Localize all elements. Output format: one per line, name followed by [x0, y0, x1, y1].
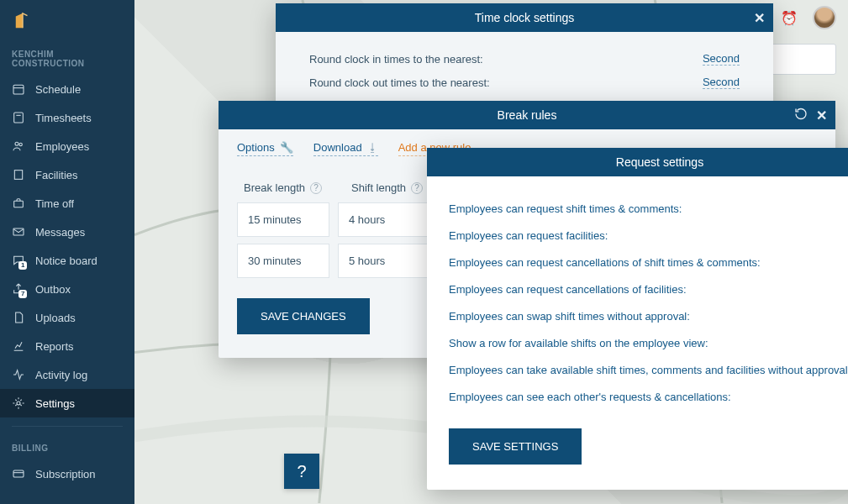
sidebar-item-facilities[interactable]: Facilities — [0, 160, 134, 189]
svg-rect-0 — [13, 85, 24, 94]
history-icon[interactable] — [794, 108, 808, 123]
request-setting-row: Show a row for available shifts on the e… — [449, 329, 848, 356]
sidebar-item-timeoff[interactable]: Time off — [0, 189, 134, 218]
request-setting-row: Employees can swap shift times without a… — [449, 302, 848, 329]
modal-timeclock-header: Time clock settings ✕ — [276, 3, 773, 32]
sidebar-item-schedule[interactable]: Schedule — [0, 75, 134, 103]
timeclock-row-value[interactable]: Second — [703, 76, 740, 89]
request-setting-row: Employees can request facilities:✓ — [449, 222, 848, 249]
download-link[interactable]: Download ⭳ — [313, 141, 378, 156]
sidebar-item-reports[interactable]: Reports — [0, 332, 134, 360]
sidebar-item-label: Notice board — [35, 255, 97, 267]
sidebar-divider — [12, 426, 123, 427]
people-icon — [12, 139, 25, 153]
timesheet-icon — [12, 111, 25, 124]
card-icon — [12, 467, 25, 480]
sidebar-item-activity[interactable]: Activity log — [0, 360, 134, 389]
sidebar-item-label: Subscription — [35, 468, 96, 480]
help-icon[interactable]: ? — [411, 182, 423, 194]
request-setting-label: Employees can take available shift times… — [449, 364, 848, 376]
billing-group-label: BILLING — [0, 435, 134, 459]
save-settings-button[interactable]: SAVE SETTINGS — [449, 428, 582, 465]
shift-length-cell[interactable]: 4 hours — [338, 202, 430, 237]
app-logo — [0, 7, 134, 41]
sidebar-item-employees[interactable]: Employees — [0, 132, 134, 160]
sidebar-item-outbox[interactable]: 7 Outbox — [0, 275, 134, 303]
sidebar-item-label: Time off — [35, 197, 74, 210]
svg-rect-8 — [14, 201, 24, 207]
request-setting-row: Employees can take available shift times… — [449, 356, 848, 383]
timeclock-row-label: Round clock in times to the nearest: — [309, 53, 483, 66]
sidebar-item-label: Schedule — [35, 83, 81, 96]
svg-rect-6 — [14, 171, 22, 180]
request-setting-row: Employees can request cancellations of f… — [449, 276, 848, 302]
sidebar-item-label: Uploads — [35, 312, 76, 324]
request-setting-label: Employees can request cancellations of f… — [449, 283, 687, 296]
sidebar-item-label: Facilities — [35, 169, 78, 181]
sidebar-item-label: Timesheets — [35, 112, 92, 124]
svg-rect-11 — [13, 470, 24, 477]
chart-icon — [12, 339, 25, 353]
request-setting-row: Employees can request cancellations of s… — [449, 249, 848, 276]
svg-rect-2 — [14, 113, 24, 123]
download-label: Download — [313, 141, 362, 154]
break-length-cell[interactable]: 30 minutes — [237, 244, 329, 278]
help-icon[interactable]: ? — [310, 182, 322, 194]
modal-request-header: Request settings ✕ — [427, 148, 848, 176]
request-setting-row: Employees can see each other's requests … — [449, 383, 848, 410]
modal-timeclock-title: Time clock settings — [475, 11, 575, 24]
sidebar-item-label: Employees — [35, 140, 89, 153]
notice-badge: 1 — [18, 261, 27, 270]
sidebar-item-settings[interactable]: Settings — [0, 389, 134, 417]
timeclock-row: Round clock out times to the nearest: Se… — [309, 76, 740, 89]
svg-point-5 — [19, 143, 22, 145]
timeclock-row-value[interactable]: Second — [703, 52, 740, 66]
request-setting-label: Employees can request cancellations of s… — [449, 256, 761, 269]
activity-icon — [12, 368, 25, 381]
outbox-badge: 7 — [18, 290, 27, 298]
request-setting-row: Employees can request shift times & comm… — [449, 195, 848, 222]
sidebar-item-messages[interactable]: Messages — [0, 218, 134, 246]
request-setting-label: Employees can request facilities: — [449, 229, 608, 242]
mail-icon — [12, 225, 25, 239]
sidebar: KENCHIM CONSTRUCTION Schedule Timesheets… — [0, 0, 134, 504]
org-name-label: KENCHIM CONSTRUCTION — [0, 41, 134, 75]
sidebar-item-timesheets[interactable]: Timesheets — [0, 103, 134, 132]
help-float-button[interactable]: ? — [284, 454, 319, 489]
file-icon — [12, 311, 25, 324]
svg-rect-9 — [13, 228, 24, 235]
gear-icon — [12, 396, 25, 410]
modal-break-title: Break rules — [498, 108, 557, 122]
svg-point-10 — [17, 402, 20, 405]
wrench-icon: 🔧 — [280, 141, 293, 154]
sidebar-item-uploads[interactable]: Uploads — [0, 303, 134, 332]
sidebar-item-label: Outbox — [35, 283, 71, 296]
calendar-icon — [12, 82, 25, 96]
sidebar-item-noticeboard[interactable]: 1 Notice board — [0, 246, 134, 275]
sidebar-item-subscription[interactable]: Subscription — [0, 459, 134, 488]
sidebar-item-label: Activity log — [35, 369, 87, 381]
modal-request-settings: Request settings ✕ Employees can request… — [427, 148, 848, 490]
main-area: Pricing ▾ Help ▾ ⏰ + − ? Time clock sett… — [134, 0, 848, 504]
break-length-cell[interactable]: 15 minutes — [237, 202, 329, 237]
close-icon[interactable]: ✕ — [754, 10, 765, 26]
options-link[interactable]: Options 🔧 — [237, 141, 293, 156]
avatar[interactable] — [813, 6, 836, 29]
request-setting-label: Employees can swap shift times without a… — [449, 310, 690, 323]
modal-request-title: Request settings — [616, 155, 703, 169]
sidebar-item-label: Settings — [35, 397, 75, 410]
alarm-icon[interactable]: ⏰ — [781, 10, 798, 26]
timeclock-row-label: Round clock out times to the nearest: — [309, 76, 490, 89]
break-length-header: Break length ? — [244, 181, 328, 194]
sidebar-item-label: Messages — [35, 226, 85, 239]
building-icon — [12, 168, 25, 181]
shift-length-header: Shift length ? — [351, 181, 435, 194]
shift-length-cell[interactable]: 5 hours — [338, 244, 430, 278]
close-icon[interactable]: ✕ — [816, 108, 827, 123]
request-setting-label: Employees can request shift times & comm… — [449, 202, 682, 215]
briefcase-icon — [12, 197, 25, 210]
sidebar-item-label: Reports — [35, 340, 74, 353]
options-label: Options — [237, 141, 275, 154]
modal-break-header: Break rules ✕ — [219, 101, 835, 129]
save-changes-button[interactable]: SAVE CHANGES — [237, 298, 370, 334]
